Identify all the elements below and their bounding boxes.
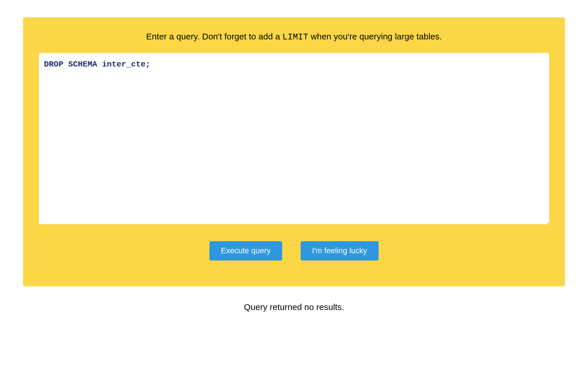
result-message: Query returned no results. <box>23 302 565 312</box>
feeling-lucky-button[interactable]: I'm feeling lucky <box>301 241 379 260</box>
query-input[interactable] <box>39 53 549 224</box>
button-row: Execute query I'm feeling lucky <box>39 241 549 260</box>
instructions-prefix: Enter a query. Don't forget to add a <box>146 32 282 41</box>
instructions-code: LIMIT <box>282 32 308 42</box>
instructions-text: Enter a query. Don't forget to add a LIM… <box>39 32 549 42</box>
query-panel: Enter a query. Don't forget to add a LIM… <box>23 17 565 286</box>
execute-query-button[interactable]: Execute query <box>209 241 282 260</box>
instructions-suffix: when you're querying large tables. <box>308 32 442 41</box>
